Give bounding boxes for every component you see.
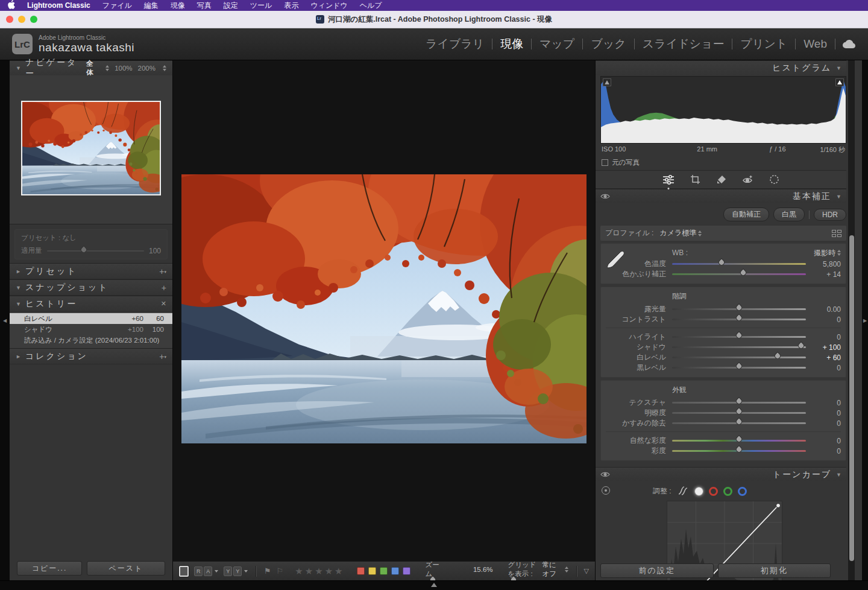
presets-section-header[interactable]: ► プリセット +▾ bbox=[10, 263, 172, 279]
disclosure-right-icon[interactable]: ► bbox=[16, 268, 21, 274]
menubar-app-name[interactable]: Lightroom Classic bbox=[27, 1, 90, 10]
masking-tool-icon[interactable] bbox=[769, 174, 779, 185]
apple-menu[interactable] bbox=[7, 0, 15, 11]
menu-develop[interactable]: 現像 bbox=[171, 1, 185, 11]
navigator-thumbnail[interactable] bbox=[21, 101, 161, 195]
close-window-button[interactable] bbox=[6, 16, 13, 23]
texture-slider[interactable] bbox=[672, 402, 806, 404]
profile-browser-icon[interactable] bbox=[832, 230, 841, 237]
auto-tone-button[interactable]: 自動補正 bbox=[723, 208, 769, 221]
split-view-icon[interactable]: YY bbox=[224, 566, 248, 576]
snapshots-section-header[interactable]: ▼ スナップショット + bbox=[10, 279, 172, 296]
menu-photo[interactable]: 写真 bbox=[197, 1, 212, 11]
collections-section-header[interactable]: ► コレクション +▾ bbox=[10, 348, 172, 364]
healing-tool-icon[interactable] bbox=[716, 175, 726, 184]
exposure-slider[interactable] bbox=[672, 308, 806, 310]
wb-value[interactable]: 撮影時 bbox=[814, 248, 835, 258]
crop-tool-icon[interactable] bbox=[690, 174, 700, 185]
module-print[interactable]: プリント bbox=[732, 36, 795, 52]
tint-slider[interactable] bbox=[672, 273, 806, 275]
menu-edit[interactable]: 編集 bbox=[144, 1, 159, 11]
red-channel-icon[interactable] bbox=[709, 487, 718, 496]
clear-history-icon[interactable]: ✕ bbox=[161, 300, 166, 308]
scrollbar-thumb[interactable] bbox=[849, 235, 854, 561]
module-library[interactable]: ライブラリ bbox=[418, 36, 492, 52]
dehaze-slider[interactable] bbox=[672, 422, 806, 424]
menu-window[interactable]: ウィンドウ bbox=[310, 1, 347, 11]
copy-button[interactable]: コピー... bbox=[17, 561, 82, 576]
zoom-window-button[interactable] bbox=[30, 16, 37, 23]
clarity-value[interactable]: 0 bbox=[806, 409, 841, 417]
history-item[interactable]: 読み込み / カメラ設定 (2024/06/23 2:01:00) bbox=[10, 335, 172, 346]
navigator-header[interactable]: ▼ ナビゲーター 全体 100% 200% bbox=[10, 60, 172, 75]
disclosure-down-icon[interactable]: ▼ bbox=[16, 285, 21, 291]
amount-slider[interactable] bbox=[47, 250, 144, 252]
add-snapshot-icon[interactable]: + bbox=[162, 283, 166, 293]
histogram[interactable] bbox=[600, 76, 846, 144]
blue-channel-icon[interactable] bbox=[738, 487, 747, 496]
previous-settings-button[interactable]: 前の設定 bbox=[600, 563, 714, 578]
parametric-curve-icon[interactable] bbox=[677, 485, 689, 497]
module-map[interactable]: マップ bbox=[532, 36, 582, 52]
temp-value[interactable]: 5,800 bbox=[806, 260, 841, 268]
shadow-clipping-indicator[interactable] bbox=[603, 78, 611, 86]
vibrance-value[interactable]: 0 bbox=[806, 437, 841, 445]
disclosure-down-icon[interactable]: ▼ bbox=[836, 194, 841, 200]
temp-slider[interactable] bbox=[672, 263, 806, 265]
menu-settings[interactable]: 設定 bbox=[224, 1, 238, 11]
right-panel-scrollbar[interactable] bbox=[848, 60, 855, 580]
panel-visibility-eye-icon[interactable] bbox=[600, 471, 610, 478]
menu-tools[interactable]: ツール bbox=[250, 1, 272, 11]
vibrance-slider[interactable] bbox=[672, 440, 806, 442]
paste-button[interactable]: ペースト bbox=[87, 561, 165, 576]
module-web[interactable]: Web bbox=[796, 37, 835, 51]
red-label-chip[interactable] bbox=[357, 567, 365, 575]
flag-pick-icon[interactable]: ⚑ bbox=[264, 566, 271, 576]
texture-value[interactable]: 0 bbox=[806, 399, 841, 407]
blacks-slider[interactable] bbox=[672, 367, 806, 369]
navigator-fit-option[interactable]: 全体 bbox=[86, 59, 98, 77]
photo-autumn-fuji-lake[interactable] bbox=[181, 174, 587, 443]
reset-button[interactable]: 初期化 bbox=[718, 563, 831, 578]
disclosure-down-icon[interactable]: ▼ bbox=[836, 472, 841, 478]
history-section-header[interactable]: ▼ ヒストリー ✕ bbox=[10, 296, 172, 312]
contrast-slider[interactable] bbox=[672, 319, 806, 320]
whites-slider[interactable] bbox=[672, 357, 806, 358]
histogram-header[interactable]: ヒストグラム ▼ bbox=[596, 60, 846, 75]
filmstrip-bar[interactable] bbox=[0, 580, 868, 590]
highlights-value[interactable]: 0 bbox=[806, 333, 841, 341]
panel-visibility-eye-icon[interactable] bbox=[600, 193, 610, 200]
expand-filmstrip-icon[interactable] bbox=[431, 583, 437, 587]
point-curve-channel-icon[interactable] bbox=[694, 487, 703, 496]
bw-button[interactable]: 白黒 bbox=[773, 208, 805, 221]
history-item[interactable]: シャドウ +100 100 bbox=[10, 324, 172, 335]
module-develop[interactable]: 現像 bbox=[492, 36, 531, 52]
saturation-slider[interactable] bbox=[672, 450, 806, 452]
menu-file[interactable]: ファイル bbox=[102, 1, 132, 11]
spinner-icon[interactable] bbox=[105, 65, 109, 71]
add-preset-icon[interactable]: +▾ bbox=[159, 267, 166, 276]
highlight-clipping-indicator[interactable] bbox=[835, 78, 844, 86]
toolbar-options-icon[interactable]: ▽ bbox=[584, 567, 589, 575]
left-panel-collapse-strip[interactable]: ◀ bbox=[0, 60, 10, 580]
contrast-value[interactable]: 0 bbox=[806, 316, 841, 324]
purple-label-chip[interactable] bbox=[403, 567, 410, 575]
navigator-zoom-200[interactable]: 200% bbox=[138, 65, 156, 72]
disclosure-down-icon[interactable]: ▼ bbox=[16, 65, 21, 71]
star-rating[interactable] bbox=[295, 566, 342, 577]
navigator-preview[interactable] bbox=[10, 75, 172, 224]
menu-view[interactable]: 表示 bbox=[284, 1, 298, 11]
grid-value[interactable]: 常にオフ bbox=[542, 560, 558, 579]
add-collection-icon[interactable]: +▾ bbox=[159, 352, 166, 361]
basic-edit-tool-icon[interactable] bbox=[662, 175, 675, 185]
navigator-zoom-100[interactable]: 100% bbox=[115, 65, 132, 72]
flag-reject-icon[interactable]: ⚐ bbox=[277, 566, 284, 576]
spinner-icon[interactable] bbox=[565, 566, 568, 573]
disclosure-right-icon[interactable]: ► bbox=[16, 354, 21, 360]
right-panel-collapse-strip[interactable]: ▶ bbox=[862, 60, 868, 580]
tone-curve-header[interactable]: トーンカーブ ▼ bbox=[596, 467, 846, 481]
blacks-value[interactable]: 0 bbox=[806, 364, 841, 372]
whites-value[interactable]: + 60 bbox=[806, 354, 841, 362]
spinner-icon[interactable] bbox=[837, 250, 841, 256]
cloud-sync-icon[interactable] bbox=[841, 39, 856, 49]
